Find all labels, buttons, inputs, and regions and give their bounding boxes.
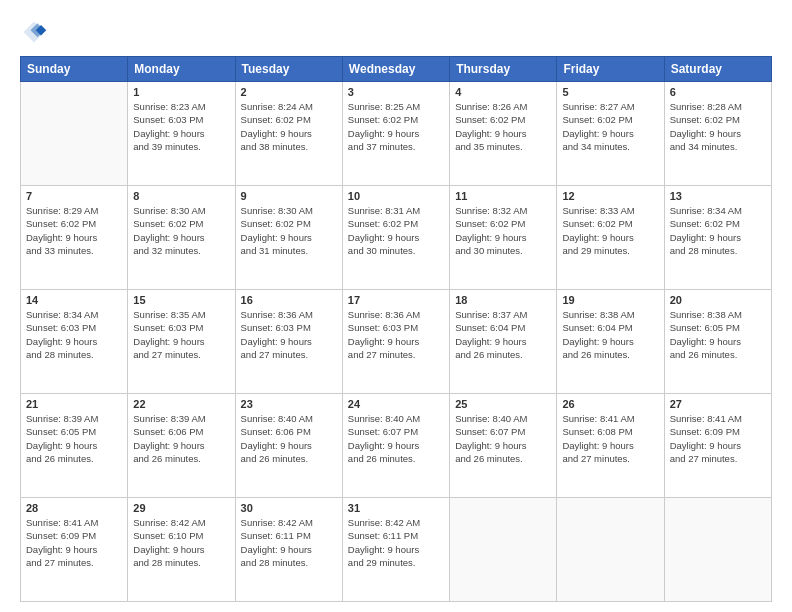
day-cell: 20Sunrise: 8:38 AM Sunset: 6:05 PM Dayli… <box>664 290 771 394</box>
day-info: Sunrise: 8:34 AM Sunset: 6:03 PM Dayligh… <box>26 308 122 361</box>
day-cell: 9Sunrise: 8:30 AM Sunset: 6:02 PM Daylig… <box>235 186 342 290</box>
day-cell: 19Sunrise: 8:38 AM Sunset: 6:04 PM Dayli… <box>557 290 664 394</box>
weekday-header-sunday: Sunday <box>21 57 128 82</box>
day-info: Sunrise: 8:37 AM Sunset: 6:04 PM Dayligh… <box>455 308 551 361</box>
day-cell <box>664 498 771 602</box>
day-cell: 6Sunrise: 8:28 AM Sunset: 6:02 PM Daylig… <box>664 82 771 186</box>
day-cell: 17Sunrise: 8:36 AM Sunset: 6:03 PM Dayli… <box>342 290 449 394</box>
day-info: Sunrise: 8:30 AM Sunset: 6:02 PM Dayligh… <box>133 204 229 257</box>
day-cell <box>21 82 128 186</box>
header <box>20 18 772 46</box>
day-cell <box>557 498 664 602</box>
day-number: 9 <box>241 190 337 202</box>
day-cell: 22Sunrise: 8:39 AM Sunset: 6:06 PM Dayli… <box>128 394 235 498</box>
day-cell <box>450 498 557 602</box>
day-info: Sunrise: 8:27 AM Sunset: 6:02 PM Dayligh… <box>562 100 658 153</box>
day-info: Sunrise: 8:24 AM Sunset: 6:02 PM Dayligh… <box>241 100 337 153</box>
page: SundayMondayTuesdayWednesdayThursdayFrid… <box>0 0 792 612</box>
day-info: Sunrise: 8:32 AM Sunset: 6:02 PM Dayligh… <box>455 204 551 257</box>
weekday-header-tuesday: Tuesday <box>235 57 342 82</box>
day-number: 28 <box>26 502 122 514</box>
day-number: 31 <box>348 502 444 514</box>
calendar-table: SundayMondayTuesdayWednesdayThursdayFrid… <box>20 56 772 602</box>
day-number: 10 <box>348 190 444 202</box>
day-info: Sunrise: 8:41 AM Sunset: 6:09 PM Dayligh… <box>670 412 766 465</box>
day-number: 13 <box>670 190 766 202</box>
day-info: Sunrise: 8:40 AM Sunset: 6:06 PM Dayligh… <box>241 412 337 465</box>
week-row-3: 14Sunrise: 8:34 AM Sunset: 6:03 PM Dayli… <box>21 290 772 394</box>
day-cell: 30Sunrise: 8:42 AM Sunset: 6:11 PM Dayli… <box>235 498 342 602</box>
day-info: Sunrise: 8:42 AM Sunset: 6:11 PM Dayligh… <box>241 516 337 569</box>
day-number: 14 <box>26 294 122 306</box>
day-cell: 5Sunrise: 8:27 AM Sunset: 6:02 PM Daylig… <box>557 82 664 186</box>
day-info: Sunrise: 8:41 AM Sunset: 6:08 PM Dayligh… <box>562 412 658 465</box>
weekday-header-thursday: Thursday <box>450 57 557 82</box>
day-number: 17 <box>348 294 444 306</box>
day-number: 6 <box>670 86 766 98</box>
day-info: Sunrise: 8:35 AM Sunset: 6:03 PM Dayligh… <box>133 308 229 361</box>
day-cell: 29Sunrise: 8:42 AM Sunset: 6:10 PM Dayli… <box>128 498 235 602</box>
day-number: 15 <box>133 294 229 306</box>
day-cell: 31Sunrise: 8:42 AM Sunset: 6:11 PM Dayli… <box>342 498 449 602</box>
day-cell: 7Sunrise: 8:29 AM Sunset: 6:02 PM Daylig… <box>21 186 128 290</box>
logo <box>20 18 52 46</box>
weekday-header-friday: Friday <box>557 57 664 82</box>
day-number: 27 <box>670 398 766 410</box>
day-number: 22 <box>133 398 229 410</box>
day-number: 7 <box>26 190 122 202</box>
day-number: 18 <box>455 294 551 306</box>
day-info: Sunrise: 8:39 AM Sunset: 6:05 PM Dayligh… <box>26 412 122 465</box>
day-info: Sunrise: 8:28 AM Sunset: 6:02 PM Dayligh… <box>670 100 766 153</box>
day-info: Sunrise: 8:34 AM Sunset: 6:02 PM Dayligh… <box>670 204 766 257</box>
day-number: 26 <box>562 398 658 410</box>
day-cell: 23Sunrise: 8:40 AM Sunset: 6:06 PM Dayli… <box>235 394 342 498</box>
day-cell: 21Sunrise: 8:39 AM Sunset: 6:05 PM Dayli… <box>21 394 128 498</box>
day-cell: 26Sunrise: 8:41 AM Sunset: 6:08 PM Dayli… <box>557 394 664 498</box>
day-number: 30 <box>241 502 337 514</box>
day-cell: 24Sunrise: 8:40 AM Sunset: 6:07 PM Dayli… <box>342 394 449 498</box>
weekday-header-row: SundayMondayTuesdayWednesdayThursdayFrid… <box>21 57 772 82</box>
day-number: 29 <box>133 502 229 514</box>
day-info: Sunrise: 8:29 AM Sunset: 6:02 PM Dayligh… <box>26 204 122 257</box>
day-cell: 3Sunrise: 8:25 AM Sunset: 6:02 PM Daylig… <box>342 82 449 186</box>
day-number: 5 <box>562 86 658 98</box>
day-number: 16 <box>241 294 337 306</box>
day-number: 24 <box>348 398 444 410</box>
day-info: Sunrise: 8:42 AM Sunset: 6:11 PM Dayligh… <box>348 516 444 569</box>
day-info: Sunrise: 8:23 AM Sunset: 6:03 PM Dayligh… <box>133 100 229 153</box>
week-row-5: 28Sunrise: 8:41 AM Sunset: 6:09 PM Dayli… <box>21 498 772 602</box>
day-number: 11 <box>455 190 551 202</box>
day-cell: 4Sunrise: 8:26 AM Sunset: 6:02 PM Daylig… <box>450 82 557 186</box>
day-cell: 28Sunrise: 8:41 AM Sunset: 6:09 PM Dayli… <box>21 498 128 602</box>
day-cell: 25Sunrise: 8:40 AM Sunset: 6:07 PM Dayli… <box>450 394 557 498</box>
day-info: Sunrise: 8:40 AM Sunset: 6:07 PM Dayligh… <box>455 412 551 465</box>
day-number: 12 <box>562 190 658 202</box>
day-info: Sunrise: 8:42 AM Sunset: 6:10 PM Dayligh… <box>133 516 229 569</box>
day-cell: 18Sunrise: 8:37 AM Sunset: 6:04 PM Dayli… <box>450 290 557 394</box>
day-cell: 13Sunrise: 8:34 AM Sunset: 6:02 PM Dayli… <box>664 186 771 290</box>
week-row-4: 21Sunrise: 8:39 AM Sunset: 6:05 PM Dayli… <box>21 394 772 498</box>
day-cell: 1Sunrise: 8:23 AM Sunset: 6:03 PM Daylig… <box>128 82 235 186</box>
day-number: 23 <box>241 398 337 410</box>
weekday-header-wednesday: Wednesday <box>342 57 449 82</box>
day-number: 25 <box>455 398 551 410</box>
day-cell: 11Sunrise: 8:32 AM Sunset: 6:02 PM Dayli… <box>450 186 557 290</box>
day-cell: 16Sunrise: 8:36 AM Sunset: 6:03 PM Dayli… <box>235 290 342 394</box>
logo-icon <box>20 18 48 46</box>
week-row-1: 1Sunrise: 8:23 AM Sunset: 6:03 PM Daylig… <box>21 82 772 186</box>
day-number: 20 <box>670 294 766 306</box>
day-info: Sunrise: 8:41 AM Sunset: 6:09 PM Dayligh… <box>26 516 122 569</box>
day-info: Sunrise: 8:39 AM Sunset: 6:06 PM Dayligh… <box>133 412 229 465</box>
day-info: Sunrise: 8:26 AM Sunset: 6:02 PM Dayligh… <box>455 100 551 153</box>
weekday-header-monday: Monday <box>128 57 235 82</box>
day-cell: 14Sunrise: 8:34 AM Sunset: 6:03 PM Dayli… <box>21 290 128 394</box>
week-row-2: 7Sunrise: 8:29 AM Sunset: 6:02 PM Daylig… <box>21 186 772 290</box>
day-number: 19 <box>562 294 658 306</box>
day-number: 3 <box>348 86 444 98</box>
day-cell: 2Sunrise: 8:24 AM Sunset: 6:02 PM Daylig… <box>235 82 342 186</box>
day-info: Sunrise: 8:33 AM Sunset: 6:02 PM Dayligh… <box>562 204 658 257</box>
day-info: Sunrise: 8:36 AM Sunset: 6:03 PM Dayligh… <box>348 308 444 361</box>
day-info: Sunrise: 8:40 AM Sunset: 6:07 PM Dayligh… <box>348 412 444 465</box>
day-number: 21 <box>26 398 122 410</box>
day-info: Sunrise: 8:25 AM Sunset: 6:02 PM Dayligh… <box>348 100 444 153</box>
